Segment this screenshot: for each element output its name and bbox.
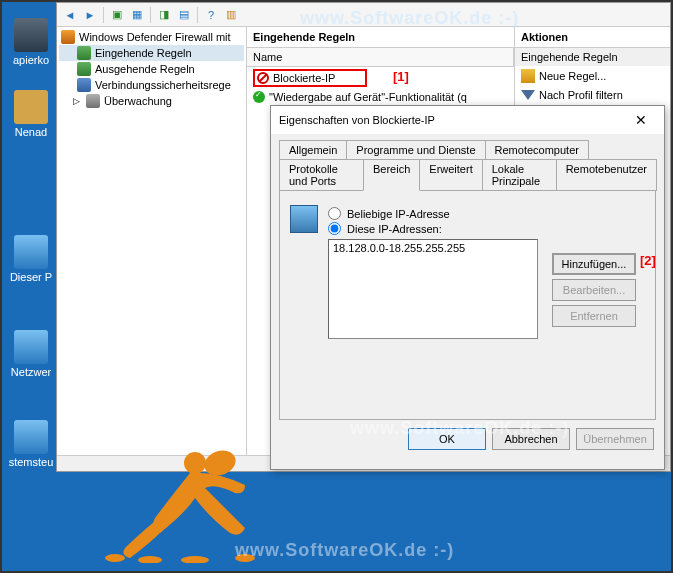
- export-button[interactable]: ◨: [155, 6, 173, 24]
- outbound-icon: [77, 62, 91, 76]
- tree-label: Verbindungssicherheitsrege: [95, 79, 231, 91]
- icon-label: stemsteu: [9, 456, 54, 468]
- shield-icon: [61, 30, 75, 44]
- radio-these-ips[interactable]: Diese IP-Adressen:: [328, 222, 641, 235]
- pane-title: Aktionen: [515, 27, 670, 48]
- dialog-title: Eigenschaften von Blockierte-IP: [279, 114, 435, 126]
- icon-label: apierko: [13, 54, 49, 66]
- properties-dialog: Eigenschaften von Blockierte-IP ✕ Allgem…: [270, 105, 665, 470]
- tab-scope[interactable]: Bereich: [363, 159, 420, 191]
- close-button[interactable]: ✕: [626, 112, 656, 128]
- action-label: Neue Regel...: [539, 70, 606, 82]
- refresh-button[interactable]: ▦: [128, 6, 146, 24]
- rule-name: "Wiedergabe auf Gerät"-Funktionalität (q: [269, 91, 467, 103]
- icon-label: Netzwer: [11, 366, 51, 378]
- control-panel-icon[interactable]: stemsteu: [6, 420, 56, 468]
- allow-icon: ✓: [253, 91, 265, 103]
- radio-input[interactable]: [328, 207, 341, 220]
- tree-label: Eingehende Regeln: [95, 47, 192, 59]
- tab-programs[interactable]: Programme und Dienste: [346, 140, 485, 160]
- icon-label: Nenad: [15, 126, 47, 138]
- action-button[interactable]: ▣: [108, 6, 126, 24]
- tree-label: Windows Defender Firewall mit: [79, 31, 231, 43]
- tab-local-principals[interactable]: Lokale Prinzipale: [482, 159, 557, 191]
- help-button[interactable]: ?: [202, 6, 220, 24]
- forward-button[interactable]: ►: [81, 6, 99, 24]
- column-header[interactable]: Name: [247, 48, 514, 67]
- rule-name: Blockierte-IP: [273, 72, 335, 84]
- computer-icon: [290, 205, 318, 233]
- connection-icon: [77, 78, 91, 92]
- rule-row[interactable]: ✓ "Wiedergabe auf Gerät"-Funktionalität …: [247, 89, 514, 105]
- ip-list[interactable]: 18.128.0.0-18.255.255.255: [328, 239, 538, 339]
- actions-group-header: Eingehende Regeln: [515, 48, 670, 66]
- cancel-button[interactable]: Abbrechen: [492, 428, 570, 450]
- network-icon[interactable]: Netzwer: [6, 330, 56, 378]
- annotation-1: [1]: [393, 69, 409, 84]
- back-button[interactable]: ◄: [61, 6, 79, 24]
- dialog-footer: OK Abbrechen Übernehmen: [271, 428, 664, 460]
- radio-any-ip[interactable]: Beliebige IP-Adresse: [328, 207, 641, 220]
- new-rule-icon: [521, 69, 535, 83]
- col-name: Name: [247, 48, 514, 66]
- watermark-text: www.SoftwareOK.de :-): [235, 540, 454, 561]
- action-label: Nach Profil filtern: [539, 89, 623, 101]
- radio-label: Diese IP-Adressen:: [347, 223, 442, 235]
- block-icon: [257, 72, 269, 84]
- toolbar: ◄ ► ▣ ▦ ◨ ▤ ? ▥: [57, 3, 670, 27]
- svg-point-4: [181, 556, 209, 563]
- action-new-rule[interactable]: Neue Regel...: [515, 66, 670, 86]
- remove-button[interactable]: Entfernen: [552, 305, 636, 327]
- tree-outbound[interactable]: Ausgehende Regeln: [59, 61, 244, 77]
- radio-label: Beliebige IP-Adresse: [347, 208, 450, 220]
- view-button[interactable]: ▥: [222, 6, 240, 24]
- rule-row[interactable]: Blockierte-IP: [247, 67, 514, 89]
- svg-point-2: [105, 554, 125, 562]
- tab-remote-computer[interactable]: Remotecomputer: [485, 140, 589, 160]
- this-pc-icon[interactable]: Dieser P: [6, 235, 56, 283]
- tree-monitor[interactable]: ▷Überwachung: [59, 93, 244, 109]
- recycle-bin-icon[interactable]: apierko: [6, 18, 56, 66]
- tab-advanced[interactable]: Erweitert: [419, 159, 482, 191]
- pane-title: Eingehende Regeln: [247, 27, 514, 48]
- expand-icon[interactable]: ▷: [73, 96, 80, 106]
- dialog-titlebar[interactable]: Eigenschaften von Blockierte-IP ✕: [271, 106, 664, 134]
- annotation-2: [2]: [640, 253, 656, 268]
- list-button[interactable]: ▤: [175, 6, 193, 24]
- action-filter-profile[interactable]: Nach Profil filtern: [515, 86, 670, 104]
- tab-general[interactable]: Allgemein: [279, 140, 347, 160]
- tab-remote-users[interactable]: Remotebenutzer: [556, 159, 657, 191]
- user-folder-icon[interactable]: Nenad: [6, 90, 56, 138]
- apply-button[interactable]: Übernehmen: [576, 428, 654, 450]
- svg-point-5: [235, 554, 255, 562]
- tab-protocols[interactable]: Protokolle und Ports: [279, 159, 364, 191]
- tree-label: Überwachung: [104, 95, 172, 107]
- inbound-icon: [77, 46, 91, 60]
- add-button[interactable]: Hinzufügen...: [552, 253, 636, 275]
- tree-root[interactable]: Windows Defender Firewall mit: [59, 29, 244, 45]
- dialog-content: Beliebige IP-Adresse Diese IP-Adressen: …: [279, 190, 656, 420]
- tree-inbound[interactable]: Eingehende Regeln: [59, 45, 244, 61]
- svg-point-3: [138, 556, 162, 563]
- tree-label: Ausgehende Regeln: [95, 63, 195, 75]
- ip-entry[interactable]: 18.128.0.0-18.255.255.255: [333, 242, 533, 254]
- filter-icon: [521, 90, 535, 100]
- ok-button[interactable]: OK: [408, 428, 486, 450]
- radio-input[interactable]: [328, 222, 341, 235]
- edit-button[interactable]: Bearbeiten...: [552, 279, 636, 301]
- tab-strip: Allgemein Programme und Dienste Remoteco…: [271, 134, 664, 190]
- icon-label: Dieser P: [10, 271, 52, 283]
- tree-pane: Windows Defender Firewall mit Eingehende…: [57, 27, 247, 471]
- monitor-icon: [86, 94, 100, 108]
- tree-connsec[interactable]: Verbindungssicherheitsrege: [59, 77, 244, 93]
